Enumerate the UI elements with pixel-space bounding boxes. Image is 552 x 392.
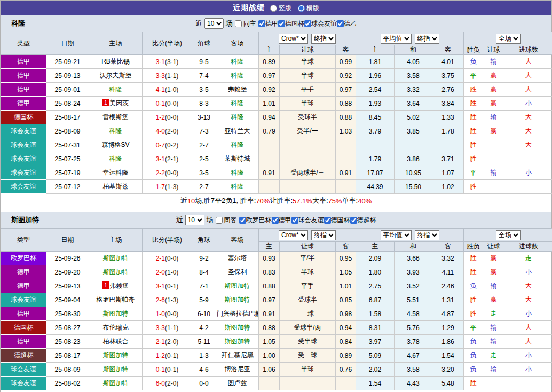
- title-bar: 近期战绩 竖版 横版: [1, 1, 551, 15]
- odds-home-cell: 0.94: [259, 111, 280, 124]
- recent-results-page: 近期战绩 竖版 横版 科隆 近 10 场 同主 德甲德国杯: [0, 0, 552, 392]
- layout-radio[interactable]: [270, 5, 277, 12]
- halftime-score: (0-2): [165, 142, 178, 149]
- halftime-score: (0-0): [165, 169, 178, 177]
- home-team-name: 斯图加特: [103, 268, 129, 276]
- same-venue-filter[interactable]: 同主: [235, 19, 256, 28]
- avg-home-cell: 44.39: [356, 180, 395, 194]
- match-count-select[interactable]: 10: [204, 18, 224, 29]
- same-venue-filter[interactable]: 同客: [216, 216, 237, 225]
- league-checkbox[interactable]: [324, 217, 331, 224]
- league-cell: 德甲: [1, 69, 46, 83]
- away-team-name: 斯图加特: [225, 324, 250, 331]
- result-handicap-cell: 赢: [483, 97, 504, 111]
- away-team-cell: 拜仁慕尼黑: [216, 349, 259, 363]
- subcol-avg-home: 主: [356, 242, 395, 252]
- layout-option-vertical[interactable]: 竖版: [270, 4, 291, 13]
- subcol-result: 胜负: [464, 242, 483, 252]
- avg-home-cell: 1.79: [356, 152, 395, 166]
- odds-away-cell: 0.88: [336, 111, 356, 124]
- league-checkbox[interactable]: [291, 217, 298, 224]
- away-team-name: 科隆: [231, 141, 244, 148]
- odds-select-cell: Crow* 终指: [259, 229, 356, 242]
- league-checkbox[interactable]: [304, 20, 311, 27]
- odds-final-select[interactable]: 终指: [311, 230, 336, 240]
- result-handicap-cell: 赢: [483, 265, 504, 279]
- summary-segment: 57.1%: [293, 197, 312, 205]
- league-filter[interactable]: 德超杯: [350, 216, 376, 225]
- league-filter[interactable]: 球会友谊: [291, 216, 324, 225]
- match-count-select[interactable]: 10: [185, 215, 204, 225]
- league-filter[interactable]: 德甲: [272, 216, 291, 225]
- away-team-name: 科隆: [231, 99, 244, 107]
- result-outcome-cell: 胜: [464, 111, 483, 124]
- result-outcome-cell: 胜: [464, 265, 483, 279]
- league-checkbox[interactable]: [272, 217, 279, 224]
- away-team-cell: 科隆: [216, 166, 259, 180]
- same-venue-checkbox[interactable]: [216, 217, 223, 224]
- away-team-name: 斯图加特: [225, 282, 250, 289]
- avg-home-cell: 2.54: [356, 83, 395, 97]
- subcol-avg-home: 主: [356, 45, 395, 55]
- corners-cell: 4-6: [192, 363, 216, 377]
- layout-option-horizontal[interactable]: 横版: [298, 4, 319, 13]
- match-row: 球会友谊25-07-31森博格SV0-7(0-2)2-7科隆胜大: [1, 138, 552, 152]
- league-filter[interactable]: 欧罗巴杯: [239, 216, 272, 225]
- home-team-cell: 科隆: [89, 124, 143, 138]
- summary-segment: 75%: [328, 197, 342, 205]
- league-filter[interactable]: 德国杯: [324, 216, 350, 225]
- odds-source-select[interactable]: Crow*: [279, 34, 308, 44]
- date-cell: 25-08-27: [46, 321, 89, 335]
- league-cell: 球会友谊: [1, 124, 46, 138]
- score-cell: 6-0(2-0): [143, 377, 192, 390]
- corners-cell: 7-4: [192, 69, 216, 83]
- home-team-name: 森博格SV: [101, 141, 129, 148]
- avg-draw-cell: 5.51: [395, 293, 432, 307]
- avg-final-select[interactable]: 终指: [415, 230, 439, 240]
- league-checkbox-label: 德乙: [344, 19, 357, 28]
- team-filter-bar: 科隆 近 10 场 同主 德甲德国杯球会友谊德乙: [1, 15, 551, 32]
- same-venue-checkbox[interactable]: [235, 20, 242, 27]
- fulltime-score: 2-2: [156, 169, 165, 177]
- league-checkbox[interactable]: [337, 20, 344, 27]
- match-row: 球会友谊25-07-19幸运科隆2-2(0-0)3-5科隆0.91受两球半/三0…: [1, 166, 552, 180]
- games-label: 场: [207, 215, 214, 225]
- match-row: 德甲25-08-23柏林联合2-1(2-0)5-11斯图加特1.05受半球0.8…: [1, 335, 552, 349]
- odds-final-select[interactable]: 终指: [311, 34, 336, 44]
- league-checkbox[interactable]: [239, 217, 246, 224]
- result-outcome-cell: 胜: [464, 377, 483, 390]
- avg-source-select[interactable]: 平均值: [381, 230, 412, 240]
- home-team-cell: 柏林联合: [89, 335, 143, 349]
- league-checkbox[interactable]: [258, 20, 265, 27]
- result-handicap-cell: 输: [483, 335, 504, 349]
- avg-draw-cell: 3.58: [395, 69, 432, 83]
- date-cell: 25-08-17: [46, 349, 89, 363]
- corners-cell: 4-2: [192, 321, 216, 335]
- league-filter[interactable]: 德甲: [258, 19, 278, 28]
- layout-radio[interactable]: [298, 5, 305, 12]
- odds-source-select[interactable]: Crow*: [279, 230, 308, 240]
- subcol-avg-draw: 和: [395, 242, 432, 252]
- fulltime-select[interactable]: 全场: [496, 230, 521, 240]
- fulltime-select[interactable]: 全场: [496, 34, 521, 44]
- avg-home-cell: 2.75: [356, 279, 395, 293]
- league-cell: 欧罗巴杯: [1, 252, 46, 265]
- summary-line: 近10场,胜7平2负1, 胜率:70% 让胜率:57.1% 大率:75% 单率:…: [1, 194, 551, 208]
- avg-final-select[interactable]: 终指: [415, 34, 439, 44]
- away-team-cell: 弗赖堡: [216, 83, 259, 97]
- league-checkbox[interactable]: [350, 217, 357, 224]
- league-filter[interactable]: 德国杯: [278, 19, 304, 28]
- match-row: 德甲25-09-20斯图加特2-0(1-0)8-4圣保利0.83半球1.051.…: [1, 265, 552, 279]
- league-filter[interactable]: 德乙: [337, 19, 357, 28]
- odds-handicap-cell: 半球: [280, 97, 336, 111]
- away-team-cell: 科隆: [216, 180, 259, 194]
- league-filter[interactable]: 球会友谊: [304, 19, 337, 28]
- matches-table: 类型 日期 主场 比分(半场) 角球 客场 Crow* 终指 平均值: [1, 32, 552, 194]
- league-checkbox[interactable]: [278, 20, 285, 27]
- away-team-name: 科隆: [231, 169, 244, 176]
- avg-source-select[interactable]: 平均值: [381, 34, 412, 44]
- home-team-cell: 1美因茨: [89, 97, 143, 111]
- home-team-cell: 幸运科隆: [89, 166, 143, 180]
- summary-segment: 大率:: [312, 196, 328, 206]
- fulltime-score: 0-1: [156, 100, 165, 107]
